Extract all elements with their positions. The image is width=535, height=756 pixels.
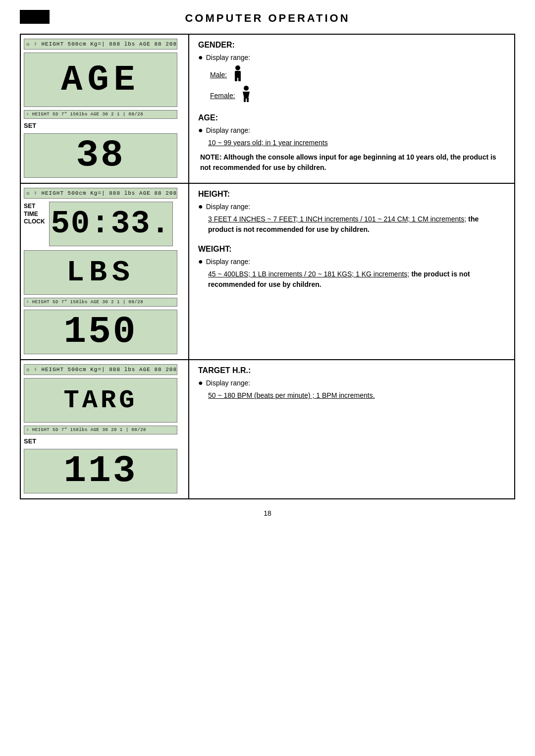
height-bullet: ● [198, 202, 203, 211]
page-title: COMPUTER OPERATION [20, 10, 515, 25]
svg-rect-2 [235, 77, 237, 81]
weight-section: WEIGHT: ● Display range: 45 ~ 400LBS; 1 … [198, 245, 505, 290]
height-bullet-row: ● Display range: [198, 202, 505, 212]
gender-bullet-row: ● Display range: [198, 53, 505, 63]
height-weight-row: ☼ ♀ HEIGHT 500cm Kg=| 888 lbs AGE 88 208… [21, 184, 514, 360]
age-range: 10 ~ 99 years old; in 1 year increments [208, 139, 328, 147]
gender-bullet: ● [198, 53, 203, 62]
lbs-text: LBS [66, 256, 135, 289]
age-note-text: NOTE: Although the console allows input … [200, 153, 496, 171]
svg-rect-1 [235, 71, 241, 78]
svg-marker-5 [243, 92, 250, 99]
height-range-text: 3 FEET 4 INCHES ~ 7 FEET; 1 INCH increme… [208, 214, 505, 235]
gender-header-text: ☼ ♀ HEIGHT 500cm Kg=| 888 lbs AGE 88 208… [26, 41, 177, 47]
time-display: 50:33. [49, 202, 173, 246]
svg-rect-3 [238, 77, 241, 81]
weight-bullet: ● [198, 257, 203, 266]
male-label: Male: [210, 70, 227, 80]
height-title: HEIGHT: [198, 190, 505, 199]
weight-range: 45 ~ 400LBS; 1 LB increments / 20 ~ 181 … [208, 270, 409, 278]
height-range: 3 FEET 4 INCHES ~ 7 FEET; 1 INCH increme… [208, 215, 466, 223]
target-status-bar: ♀ HEIGHT 5D 7" 150lbs AGE 38 20 1 | 08/2… [24, 426, 177, 434]
clock-label: CLOCK [24, 218, 45, 226]
lbs-pixel-display: LBS [24, 250, 177, 295]
weight-bullet-row: ● Display range: [198, 257, 505, 267]
page-tab [20, 10, 50, 24]
gender-display-range: Display range: [206, 53, 251, 63]
height-status-text: ♀ HEIGHT 5D 7" 150lbs AGE 30 2 1 | 08/28 [26, 300, 143, 305]
male-icon [231, 65, 245, 85]
female-icon [239, 86, 253, 106]
target-title: TARGET H.R.: [198, 366, 505, 375]
female-label: Female: [210, 91, 235, 101]
age-pixel-display: <span style="font-size:52px; font-family… [24, 53, 177, 107]
svg-rect-6 [244, 98, 246, 102]
target-header-text: ☼ ♀ HEIGHT 500cm Kg=| 888 lbs AGE 88 208… [26, 367, 177, 373]
target-range: 50 ~ 180 BPM (beats per minute) ; 1 BPM … [208, 391, 375, 399]
age-display-range-label: Display range: [206, 125, 251, 136]
age-bullet: ● [198, 125, 203, 135]
target-left-panel: ☼ ♀ HEIGHT 500cm Kg=| 888 lbs AGE 88 208… [21, 360, 189, 498]
age-title: AGE: [198, 113, 505, 122]
gender-age-row: ☼ ♀ HEIGHT 500cm Kg=| 888 lbs AGE 88 208… [21, 35, 514, 184]
target-right-panel: TARGET H.R.: ● Display range: 50 ~ 180 B… [189, 360, 514, 498]
gender-status-bar: ♀ HEIGHT 5D 7" 150lbs AGE 30 2 1 | 08/28 [24, 110, 177, 119]
target-bullet-row: ● Display range: [198, 378, 505, 388]
weight-display-range-label: Display range: [206, 257, 251, 267]
targ-text: TARG [64, 386, 138, 415]
age-bullet-row: ● Display range: [198, 125, 505, 136]
gender-header-lcd: ☼ ♀ HEIGHT 500cm Kg=| 888 lbs AGE 88 208… [24, 39, 177, 50]
male-row: Male: [210, 65, 505, 85]
target-header-lcd: ☼ ♀ HEIGHT 500cm Kg=| 888 lbs AGE 88 208… [24, 364, 177, 375]
gender-right-panel: GENDER: ● Display range: Male: [189, 35, 514, 183]
height-status-bar: ♀ HEIGHT 5D 7" 150lbs AGE 30 2 1 | 08/28 [24, 298, 177, 307]
gender-set-label: SET [24, 122, 185, 129]
target-display-range-label: Display range: [206, 378, 251, 388]
height-left-panel: ☼ ♀ HEIGHT 500cm Kg=| 888 lbs AGE 88 208… [21, 184, 189, 359]
height-header-text: ☼ ♀ HEIGHT 500cm Kg=| 888 lbs AGE 88 208… [26, 190, 177, 196]
gender-icons: Male: Female: [210, 65, 505, 106]
set-label-height: SET [24, 203, 45, 211]
target-hr-row: ☼ ♀ HEIGHT 500cm Kg=| 888 lbs AGE 88 208… [21, 360, 514, 498]
gender-big-number: 38 [24, 133, 177, 178]
stc-labels: SET TIME CLOCK [24, 201, 45, 226]
targ-pixel-display: TARG [24, 378, 177, 423]
gender-title: GENDER: [198, 41, 505, 50]
weight-range-text: 45 ~ 400LBS; 1 LB increments / 20 ~ 181 … [208, 269, 505, 290]
age-section: AGE: ● Display range: 10 ~ 99 years old;… [198, 113, 505, 173]
height-big-number: 150 [24, 310, 177, 354]
height-right-panel: HEIGHT: ● Display range: 3 FEET 4 INCHES… [189, 184, 514, 359]
age-note: NOTE: Although the console allows input … [200, 152, 505, 173]
age-range-text: 10 ~ 99 years old; in 1 year increments [208, 138, 505, 148]
height-stc-row: SET TIME CLOCK 50:33. [24, 201, 177, 247]
target-bullet: ● [198, 378, 203, 387]
target-big-number: 113 [24, 449, 177, 493]
page: COMPUTER OPERATION ☼ ♀ HEIGHT 500cm Kg=|… [0, 0, 535, 756]
svg-point-4 [244, 86, 249, 91]
weight-title: WEIGHT: [198, 245, 505, 254]
female-row: Female: [210, 86, 505, 106]
svg-point-0 [235, 65, 240, 70]
target-range-text: 50 ~ 180 BPM (beats per minute) ; 1 BPM … [208, 390, 505, 401]
target-status-text: ♀ HEIGHT 5D 7" 150lbs AGE 38 20 1 | 08/2… [26, 428, 146, 432]
height-header-lcd: ☼ ♀ HEIGHT 500cm Kg=| 888 lbs AGE 88 208… [24, 188, 177, 199]
svg-rect-7 [247, 98, 249, 102]
main-content: ☼ ♀ HEIGHT 500cm Kg=| 888 lbs AGE 88 208… [20, 34, 515, 499]
target-set-label: SET [24, 437, 185, 445]
page-number: 18 [20, 509, 515, 517]
gender-left-panel: ☼ ♀ HEIGHT 500cm Kg=| 888 lbs AGE 88 208… [21, 35, 189, 183]
gender-status-text: ♀ HEIGHT 5D 7" 150lbs AGE 30 2 1 | 08/28 [26, 112, 143, 117]
time-label: TIME [24, 211, 45, 218]
height-display-range-label: Display range: [206, 202, 251, 212]
